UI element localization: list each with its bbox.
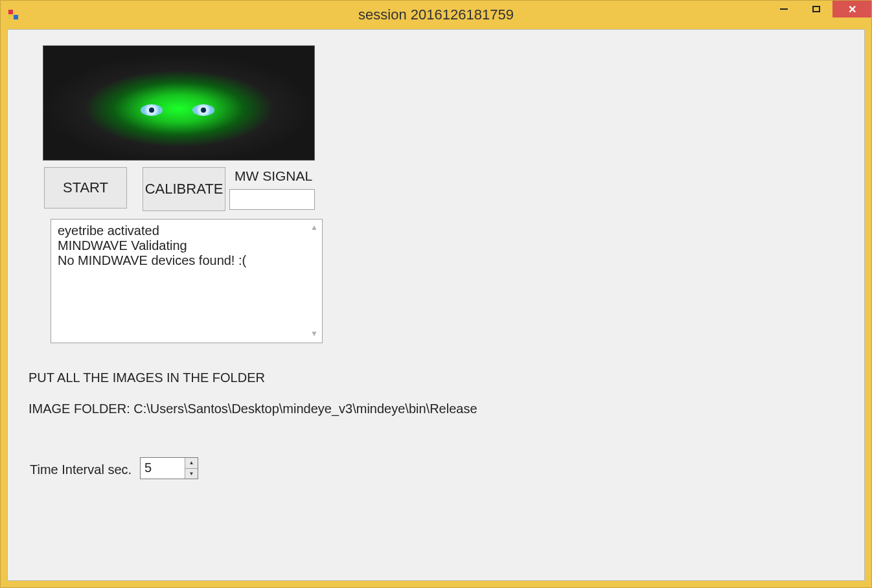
time-interval-value[interactable]: 5	[141, 458, 185, 479]
client-area: START CALIBRATE MW SIGNAL eyetribe activ…	[7, 29, 865, 581]
mw-signal-label: MW SIGNAL	[235, 168, 312, 184]
stepper-down-button[interactable]: ▼	[185, 468, 198, 479]
time-interval-stepper[interactable]: 5 ▲ ▼	[140, 457, 198, 479]
log-content: eyetribe activated MINDWAVE Validating N…	[58, 223, 246, 267]
window-controls: ✕	[768, 1, 871, 20]
app-icon	[8, 10, 19, 20]
time-interval-label: Time Interval sec.	[30, 462, 132, 477]
minimize-button[interactable]	[768, 1, 800, 17]
maximize-button[interactable]	[800, 1, 832, 17]
eye-left-icon	[141, 104, 163, 116]
stepper-up-button[interactable]: ▲	[185, 458, 198, 468]
scroll-up-icon[interactable]: ▲	[310, 223, 318, 232]
start-button[interactable]: START	[44, 167, 127, 209]
mw-signal-input[interactable]	[229, 189, 315, 210]
eye-right-icon	[192, 104, 214, 116]
window-title: session 2016126181759	[1, 6, 871, 23]
calibrate-button[interactable]: CALIBRATE	[143, 167, 225, 211]
instruction-put-images: PUT ALL THE IMAGES IN THE FOLDER	[29, 370, 265, 385]
log-textarea[interactable]: eyetribe activated MINDWAVE Validating N…	[51, 219, 323, 343]
scroll-down-icon[interactable]: ▼	[310, 330, 318, 339]
titlebar[interactable]: session 2016126181759 ✕	[1, 1, 871, 29]
app-window: session 2016126181759 ✕ START CALIBRATE …	[0, 0, 872, 588]
close-button[interactable]: ✕	[832, 1, 871, 17]
image-folder-path: IMAGE FOLDER: C:\Users\Santos\Desktop\mi…	[29, 401, 477, 416]
eye-tracker-image	[43, 45, 315, 161]
